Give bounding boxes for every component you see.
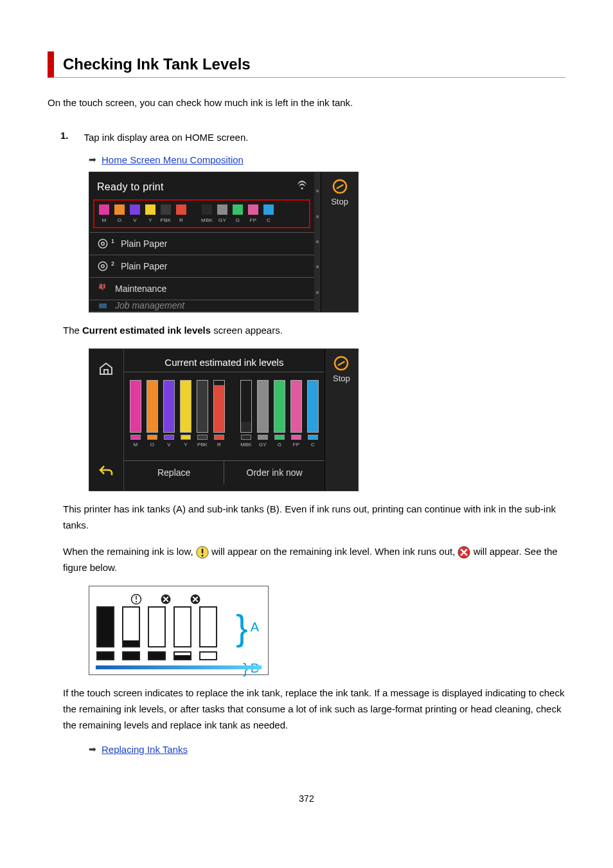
ink-tank: PBK — [196, 380, 209, 448]
link-label: Replacing Ink Tanks — [102, 744, 188, 755]
step-text: Tap ink display area on HOME screen. — [84, 132, 249, 143]
svg-rect-10 — [202, 548, 204, 554]
menu-label: Plain Paper — [121, 239, 167, 249]
replace-button[interactable]: Replace — [124, 461, 225, 484]
ink-chip: Y — [145, 204, 156, 223]
page-number: 372 — [48, 793, 565, 804]
back-icon[interactable] — [98, 464, 114, 479]
ink-tank: R — [213, 380, 226, 448]
menu-label: Maintenance — [115, 284, 166, 294]
menu-row[interactable]: 1Plain Paper — [89, 233, 314, 255]
ink-levels-screenshot: Current estimated ink levels M O V Y PBK… — [89, 348, 359, 491]
svg-point-15 — [136, 601, 137, 602]
para-tanks-ab: This printer has ink tanks (A) and sub-i… — [63, 502, 565, 534]
home-icon[interactable] — [98, 361, 114, 376]
ink-tank: Y — [179, 380, 192, 448]
status-text: Ready to print — [89, 177, 314, 199]
scroll-indicator — [314, 172, 321, 312]
ink-chip: C — [263, 204, 274, 223]
ink-chip: M — [98, 204, 110, 223]
para-icons: When the remaining ink is low, will appe… — [63, 544, 565, 576]
gradient-bar — [96, 665, 262, 669]
svg-rect-4 — [99, 303, 107, 309]
svg-point-1 — [102, 242, 105, 245]
arrow-right-icon: ➡ — [89, 744, 96, 754]
ink-tank: O — [146, 380, 159, 448]
menu-label: Job management — [115, 300, 184, 311]
ink-chip: O — [114, 204, 125, 223]
diagram-column — [121, 606, 141, 660]
ink-display-area[interactable]: MOVYPBKR MBKGYGFPC — [93, 199, 310, 228]
svg-point-0 — [98, 239, 107, 248]
ink-chip: FP — [247, 204, 259, 223]
intro-text: On the touch screen, you can check how m… — [48, 96, 565, 111]
menu-label: Plain Paper — [121, 261, 167, 271]
menu-row[interactable]: Job management — [89, 300, 314, 312]
ink-chip: G — [232, 204, 244, 223]
error-icon — [458, 546, 470, 559]
diagram-column — [147, 606, 166, 660]
svg-rect-8 — [338, 361, 346, 366]
stop-icon[interactable] — [332, 179, 348, 194]
ink-chip: V — [129, 204, 141, 223]
screen-title: Current estimated ink levels — [124, 354, 324, 372]
svg-point-11 — [201, 554, 203, 556]
roll-icon — [97, 260, 109, 272]
link-replacing-ink-tanks[interactable]: ➡ Replacing Ink Tanks — [89, 744, 565, 755]
ink-chip: R — [175, 204, 187, 223]
closing-text: If the touch screen indicates to replace… — [63, 685, 565, 733]
diagram-column — [96, 606, 115, 660]
ink-tank: MBK — [240, 380, 253, 448]
menu-row[interactable]: Maintenance — [89, 278, 314, 300]
roll-icon — [97, 238, 109, 249]
wifi-icon — [296, 179, 308, 190]
ink-chip: PBK — [160, 204, 172, 223]
svg-point-2 — [98, 262, 107, 271]
ink-diagram: }A }B — [89, 586, 269, 675]
diagram-column — [199, 606, 218, 660]
ink-chip: GY — [217, 204, 228, 223]
step-number: 1. — [60, 130, 69, 141]
ink-tank: M — [129, 380, 142, 448]
ink-chip: MBK — [201, 204, 213, 223]
menu-row[interactable]: 2Plain Paper — [89, 255, 314, 278]
x-icon — [160, 593, 172, 605]
x-icon — [190, 593, 201, 605]
diagram-column — [173, 606, 192, 660]
maintenance-icon — [97, 283, 109, 294]
job-icon — [97, 300, 109, 312]
ink-tank: GY — [256, 380, 269, 448]
stop-label: Stop — [333, 374, 350, 383]
ink-tank: C — [306, 380, 319, 448]
warning-icon — [196, 546, 209, 559]
stop-label: Stop — [331, 197, 348, 206]
order-ink-button[interactable]: Order ink now — [224, 461, 324, 484]
page-title: Checking Ink Tank Levels — [63, 55, 565, 73]
home-screen-screenshot: Ready to print MOVYPBKR MBKGYGFPC 1Plain… — [89, 172, 359, 312]
link-home-screen-menu[interactable]: ➡ Home Screen Menu Composition — [89, 154, 565, 165]
svg-rect-6 — [336, 184, 344, 189]
link-label: Home Screen Menu Composition — [102, 154, 244, 165]
arrow-right-icon: ➡ — [89, 154, 96, 165]
label-a: A — [251, 620, 259, 635]
ink-tank: G — [273, 380, 286, 448]
after-shot1-text: The Current estimated ink levels screen … — [63, 323, 565, 339]
ink-tank: V — [163, 380, 175, 448]
svg-point-3 — [102, 264, 105, 267]
svg-rect-14 — [136, 596, 137, 600]
stop-icon[interactable] — [333, 356, 349, 371]
ink-tank: FP — [290, 380, 303, 448]
info-icon — [130, 593, 142, 605]
